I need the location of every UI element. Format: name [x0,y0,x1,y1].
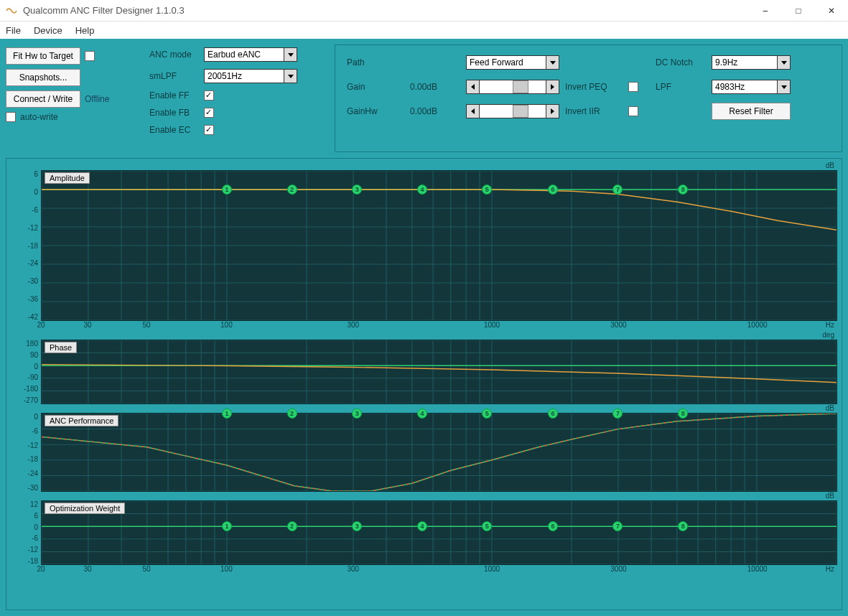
anc-mode-label: ANC mode [149,50,198,60]
filter-node-5[interactable]: 5 [482,521,492,531]
y-tick: 0 [34,413,38,421]
filter-node-3[interactable]: 3 [352,409,362,419]
enable-ff-checkbox[interactable] [204,90,214,101]
x-tick: 10000 [747,565,768,573]
menu-help[interactable]: Help [75,25,95,36]
x-tick: 20 [37,565,45,573]
filter-node-6[interactable]: 6 [548,409,558,419]
connect-write-button[interactable]: Connect / Write [6,90,80,108]
dropdown-icon [546,56,559,69]
filter-node-5[interactable]: 5 [482,409,492,419]
path-select[interactable]: Feed Forward [466,55,559,70]
invert-iir-checkbox[interactable] [628,106,638,116]
filter-node-8[interactable]: 8 [678,409,688,419]
enable-ff-label: Enable FF [149,90,198,101]
anc-mode-select[interactable]: Earbud eANC [204,47,297,62]
minimize-button[interactable]: ‒ [749,0,782,22]
dropdown-icon [777,56,790,69]
gainhw-slider[interactable] [466,104,559,118]
filter-node-2[interactable]: 2 [287,185,297,195]
y-tick: -12 [28,546,38,554]
filter-node-5[interactable]: 5 [482,185,492,195]
enable-ec-checkbox[interactable] [204,125,214,135]
filter-node-6[interactable]: 6 [548,185,558,195]
y-tick: -18 [28,242,38,250]
filter-node-1[interactable]: 1 [222,521,232,531]
chart-title: Phase [45,342,77,353]
filter-node-7[interactable]: 7 [612,521,623,531]
y-tick: -30 [28,484,38,492]
gain-label: Gain [347,82,404,92]
menu-file[interactable]: File [6,25,21,36]
auto-write-checkbox[interactable] [6,112,16,122]
filter-node-4[interactable]: 4 [417,185,427,195]
dcnotch-select[interactable]: 9.9Hz [712,55,791,70]
enable-fb-checkbox[interactable] [204,108,214,118]
chart-amplitude[interactable]: Amplitude12345678 [41,170,837,321]
x-unit-label: Hz [826,321,834,329]
enable-fb-label: Enable FB [149,108,198,118]
invert-iir-label: Invert IIR [565,106,623,116]
filter-node-8[interactable]: 8 [678,521,688,531]
filter-node-3[interactable]: 3 [352,185,362,195]
chart-anc-performance[interactable]: ANC Performance12345678 [41,413,837,492]
path-value: Feed Forward [470,57,523,67]
x-tick: 30 [84,321,92,329]
arrow-left-icon[interactable] [467,105,480,118]
filter-node-1[interactable]: 1 [222,409,232,419]
arrow-right-icon[interactable] [546,105,559,118]
y-tick: 0 [34,363,38,370]
y-tick: -36 [28,295,38,303]
chart-phase[interactable]: Phase [41,340,837,404]
y-tick: -42 [28,313,38,321]
filter-node-2[interactable]: 2 [287,521,297,531]
reset-filter-button[interactable]: Reset Filter [712,103,791,120]
dropdown-icon [284,48,297,61]
x-tick: 300 [347,565,359,573]
y-tick: 90 [30,351,38,359]
slider-thumb[interactable] [513,80,528,93]
y-tick: -6 [32,427,38,435]
fit-hw-button[interactable]: Fit Hw to Target [6,47,80,65]
chart-optimization-weight[interactable]: Optimization Weight12345678 [41,500,837,565]
filter-node-8[interactable]: 8 [678,185,688,195]
offline-label: Offline [85,94,134,104]
filter-panel: Path Feed Forward DC Notch 9.9Hz Gain 0.… [335,45,842,152]
filter-node-7[interactable]: 7 [612,185,623,195]
invert-peq-checkbox[interactable] [628,82,638,92]
x-tick: 3000 [610,565,626,573]
filter-node-4[interactable]: 4 [417,521,427,531]
y-tick: -24 [28,470,38,477]
invert-peq-label: Invert PEQ [565,82,623,92]
arrow-right-icon[interactable] [546,80,559,93]
dropdown-icon [777,80,790,93]
fit-hw-checkbox[interactable] [85,51,95,61]
menu-device[interactable]: Device [34,25,62,36]
anc-mode-value: Earbud eANC [208,50,261,60]
snapshots-button[interactable]: Snapshots... [6,69,80,86]
y-tick: -12 [28,442,38,449]
filter-node-2[interactable]: 2 [287,409,297,419]
lpf-select[interactable]: 4983Hz [712,80,791,94]
filter-node-7[interactable]: 7 [612,409,623,419]
x-tick: 1000 [484,321,500,329]
y-unit-label: dB [9,492,837,500]
y-tick: 0 [34,188,38,196]
y-tick: 180 [26,340,38,347]
gain-slider[interactable] [466,80,559,94]
y-tick: 6 [34,512,38,520]
smlpf-select[interactable]: 20051Hz [204,69,297,83]
gain-value: 0.00dB [410,82,460,92]
y-tick: -270 [24,396,38,404]
charts-area: dB60-6-12-18-24-30-36-42Amplitude1234567… [6,158,842,610]
slider-thumb[interactable] [513,105,528,118]
filter-node-6[interactable]: 6 [548,521,558,531]
chart-title: Optimization Weight [45,503,125,514]
maximize-button[interactable]: □ [782,0,815,22]
arrow-left-icon[interactable] [467,80,480,93]
close-button[interactable]: ✕ [815,0,848,22]
filter-node-4[interactable]: 4 [417,409,427,419]
filter-node-3[interactable]: 3 [352,521,362,531]
chart-title: ANC Performance [45,415,118,426]
filter-node-1[interactable]: 1 [222,185,232,195]
